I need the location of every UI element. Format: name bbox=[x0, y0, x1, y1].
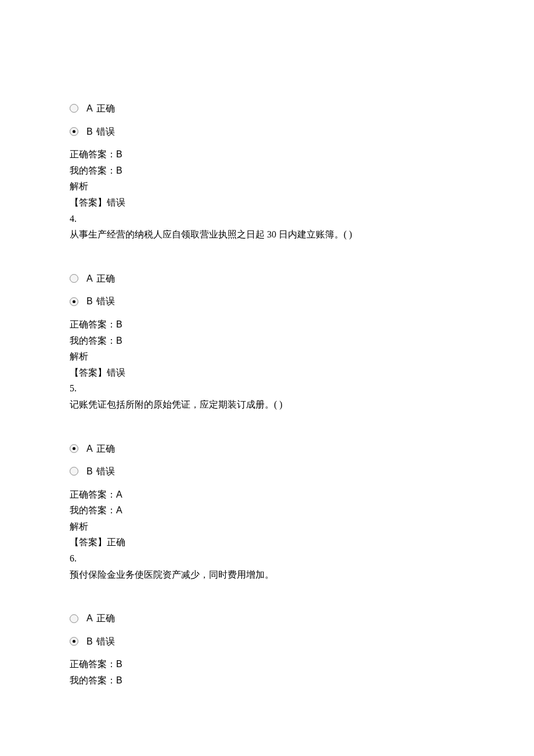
analysis-label: 解析 bbox=[70, 179, 464, 194]
question-number: 4. bbox=[70, 211, 464, 226]
option-text: 正确 bbox=[96, 103, 115, 113]
option-text: 正确 bbox=[96, 444, 115, 453]
analysis-value: 正确 bbox=[107, 537, 125, 547]
correct-answer-value: B bbox=[116, 319, 122, 329]
my-answer-line: 我的答案：B bbox=[70, 163, 464, 178]
my-answer-line: 我的答案：B bbox=[70, 673, 464, 688]
analysis-prefix: 【答案】 bbox=[70, 197, 107, 207]
option-a-row[interactable]: A正确 bbox=[70, 101, 464, 116]
my-answer-label: 我的答案： bbox=[70, 336, 116, 345]
correct-answer-line: 正确答案：B bbox=[70, 317, 464, 332]
analysis-label: 解析 bbox=[70, 519, 464, 534]
option-b-row[interactable]: B错误 bbox=[70, 294, 464, 309]
radio-unchecked-icon[interactable] bbox=[70, 104, 78, 113]
question-block: 6. 预付保险金业务使医院资产减少，同时费用增加。 A正确 B错误 正确答案：B… bbox=[70, 551, 464, 688]
question-number: 5. bbox=[70, 381, 464, 396]
answer-block: 正确答案：B 我的答案：B 解析 【答案】错误 bbox=[70, 317, 464, 380]
page-content: A正确 B错误 正确答案：B 我的答案：B 解析 【答案】错误 4. 从事生产经… bbox=[0, 0, 534, 756]
correct-answer-value: A bbox=[116, 489, 122, 499]
my-answer-line: 我的答案：B bbox=[70, 333, 464, 348]
my-answer-label: 我的答案： bbox=[70, 165, 116, 175]
option-b-row[interactable]: B错误 bbox=[70, 464, 464, 479]
correct-answer-label: 正确答案： bbox=[70, 659, 116, 669]
my-answer-line: 我的答案：A bbox=[70, 503, 464, 518]
option-b-row[interactable]: B错误 bbox=[70, 634, 464, 649]
correct-answer-line: 正确答案：B bbox=[70, 657, 464, 672]
option-letter: B bbox=[86, 466, 93, 476]
analysis-text: 【答案】错误 bbox=[70, 365, 464, 380]
analysis-prefix: 【答案】 bbox=[70, 537, 107, 547]
question-block: 4. 从事生产经营的纳税人应自领取营业执照之日起 30 日内建立账簿。( ) A… bbox=[70, 211, 464, 380]
option-label: B错误 bbox=[86, 464, 115, 479]
my-answer-value: A bbox=[116, 505, 122, 515]
analysis-value: 错误 bbox=[107, 368, 125, 377]
option-letter: B bbox=[86, 636, 93, 646]
option-letter: A bbox=[86, 103, 93, 113]
option-letter: B bbox=[86, 127, 93, 136]
answer-block: 正确答案：B 我的答案：B bbox=[70, 657, 464, 687]
correct-answer-label: 正确答案： bbox=[70, 149, 116, 159]
analysis-label: 解析 bbox=[70, 349, 464, 364]
correct-answer-value: B bbox=[116, 149, 122, 159]
option-text: 错误 bbox=[96, 127, 115, 136]
question-text: 从事生产经营的纳税人应自领取营业执照之日起 30 日内建立账簿。( ) bbox=[70, 227, 464, 242]
correct-answer-line: 正确答案：B bbox=[70, 147, 464, 162]
my-answer-value: B bbox=[116, 675, 122, 685]
question-block: A正确 B错误 正确答案：B 我的答案：B 解析 【答案】错误 bbox=[70, 101, 464, 210]
option-letter: B bbox=[86, 296, 93, 306]
option-text: 正确 bbox=[96, 613, 115, 623]
option-label: A正确 bbox=[86, 271, 115, 286]
option-label: A正确 bbox=[86, 611, 115, 626]
option-label: A正确 bbox=[86, 101, 115, 116]
option-label: A正确 bbox=[86, 441, 115, 456]
radio-unchecked-icon[interactable] bbox=[70, 274, 78, 283]
correct-answer-label: 正确答案： bbox=[70, 489, 116, 499]
option-letter: A bbox=[86, 444, 93, 453]
analysis-prefix: 【答案】 bbox=[70, 368, 107, 377]
my-answer-label: 我的答案： bbox=[70, 505, 116, 515]
option-text: 错误 bbox=[96, 296, 115, 306]
answer-block: 正确答案：B 我的答案：B 解析 【答案】错误 bbox=[70, 147, 464, 210]
radio-checked-icon[interactable] bbox=[70, 127, 78, 136]
correct-answer-line: 正确答案：A bbox=[70, 487, 464, 502]
option-label: B错误 bbox=[86, 294, 115, 309]
my-answer-value: B bbox=[116, 165, 122, 175]
option-letter: A bbox=[86, 273, 93, 283]
option-a-row[interactable]: A正确 bbox=[70, 611, 464, 626]
analysis-value: 错误 bbox=[107, 197, 125, 207]
my-answer-value: B bbox=[116, 336, 122, 345]
option-text: 错误 bbox=[96, 466, 115, 476]
option-letter: A bbox=[86, 613, 93, 623]
correct-answer-value: B bbox=[116, 659, 122, 669]
question-text: 预付保险金业务使医院资产减少，同时费用增加。 bbox=[70, 567, 464, 582]
radio-checked-icon[interactable] bbox=[70, 297, 78, 306]
option-label: B错误 bbox=[86, 634, 115, 649]
answer-block: 正确答案：A 我的答案：A 解析 【答案】正确 bbox=[70, 487, 464, 550]
correct-answer-label: 正确答案： bbox=[70, 319, 116, 329]
analysis-text: 【答案】正确 bbox=[70, 535, 464, 550]
question-number: 6. bbox=[70, 551, 464, 566]
radio-checked-icon[interactable] bbox=[70, 637, 78, 646]
question-text: 记账凭证包括所附的原始凭证，应定期装订成册。( ) bbox=[70, 397, 464, 412]
option-a-row[interactable]: A正确 bbox=[70, 441, 464, 456]
option-a-row[interactable]: A正确 bbox=[70, 271, 464, 286]
my-answer-label: 我的答案： bbox=[70, 675, 116, 685]
radio-unchecked-icon[interactable] bbox=[70, 614, 78, 623]
radio-unchecked-icon[interactable] bbox=[70, 467, 78, 476]
analysis-text: 【答案】错误 bbox=[70, 195, 464, 210]
option-label: B错误 bbox=[86, 124, 115, 139]
option-text: 错误 bbox=[96, 636, 115, 646]
radio-checked-icon[interactable] bbox=[70, 444, 78, 453]
option-text: 正确 bbox=[96, 273, 115, 283]
option-b-row[interactable]: B错误 bbox=[70, 124, 464, 139]
question-block: 5. 记账凭证包括所附的原始凭证，应定期装订成册。( ) A正确 B错误 正确答… bbox=[70, 381, 464, 550]
